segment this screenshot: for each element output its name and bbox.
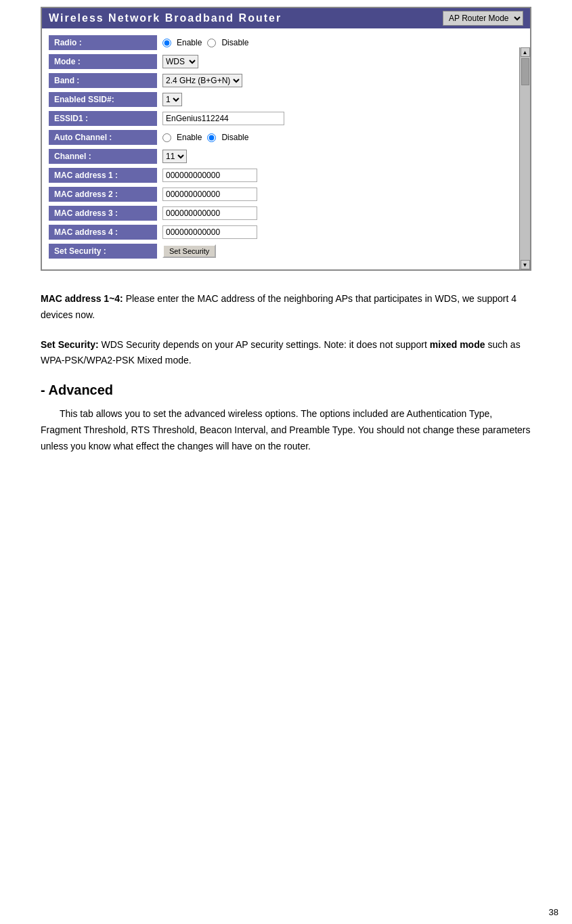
essid-label: ESSID1 : — [49, 111, 157, 126]
auto-channel-enable-input[interactable] — [162, 133, 171, 142]
ssid-control: 1 2 3 4 — [162, 93, 182, 106]
set-security-label: Set Security : — [49, 244, 157, 259]
channel-label: Channel : — [49, 149, 157, 164]
mac4-row: MAC address 4 : — [49, 225, 506, 240]
mac3-label: MAC address 3 : — [49, 206, 157, 221]
mac2-label: MAC address 2 : — [49, 187, 157, 202]
ssid-select-field[interactable]: 1 2 3 4 — [162, 93, 182, 106]
mac1-row: MAC address 1 : — [49, 168, 506, 183]
router-title: Wireless Network Broadband Router — [49, 12, 282, 24]
mac4-control — [162, 225, 257, 239]
mode-label: Mode : — [49, 54, 157, 69]
set-security-control: Set Security — [162, 244, 216, 258]
auto-channel-enable-label: Enable — [177, 133, 202, 142]
mac2-row: MAC address 2 : — [49, 187, 506, 202]
advanced-desc: This tab allows you to set the advanced … — [41, 406, 531, 454]
band-select-field[interactable]: 2.4 GHz (B+G+N) 2.4 GHz (B+G) 2.4 GHz (B… — [162, 74, 242, 87]
mac4-label: MAC address 4 : — [49, 225, 157, 240]
essid-control — [162, 112, 284, 125]
ssid-label: Enabled SSID#: — [49, 92, 157, 107]
advanced-heading: - Advanced — [41, 382, 531, 398]
auto-channel-control: Enable Disable — [162, 133, 248, 142]
auto-channel-disable-input[interactable] — [207, 133, 216, 142]
radio-disable-input[interactable] — [207, 39, 216, 47]
mode-control: WDS AP Client — [162, 55, 198, 68]
essid-row: ESSID1 : — [49, 111, 506, 126]
essid-input[interactable] — [162, 112, 284, 125]
mac2-input[interactable] — [162, 188, 257, 201]
set-security-bold: mixed mode — [430, 339, 485, 350]
set-security-row: Set Security : Set Security — [49, 244, 506, 259]
scroll-down-arrow[interactable]: ▼ — [521, 260, 530, 269]
mac3-row: MAC address 3 : — [49, 206, 506, 221]
auto-channel-row: Auto Channel : Enable Disable — [49, 130, 506, 145]
channel-select-field[interactable]: 1234 5678 91011 1213 — [162, 150, 187, 163]
set-security-paragraph: Set Security: WDS Security depends on yo… — [41, 337, 531, 370]
mac-address-term: MAC address 1~4: — [41, 293, 123, 304]
radio-label: Radio : — [49, 35, 157, 50]
channel-control: 1234 5678 91011 1213 — [162, 150, 187, 163]
mac1-input[interactable] — [162, 169, 257, 182]
mac-address-paragraph: MAC address 1~4: Please enter the MAC ad… — [41, 291, 531, 324]
page-number: 38 — [549, 907, 558, 917]
router-panel: Wireless Network Broadband Router AP Rou… — [41, 7, 531, 271]
set-security-desc1: WDS Security depends on your AP security… — [101, 339, 429, 350]
mac3-control — [162, 206, 257, 220]
mode-select-field[interactable]: WDS AP Client — [162, 55, 198, 68]
title-bar: Wireless Network Broadband Router AP Rou… — [42, 8, 530, 28]
ssid-row: Enabled SSID#: 1 2 3 4 — [49, 92, 506, 107]
main-content: MAC address 1~4: Please enter the MAC ad… — [0, 284, 572, 475]
mac4-input[interactable] — [162, 225, 257, 239]
mac2-control — [162, 188, 257, 201]
scroll-up-arrow[interactable]: ▲ — [521, 47, 530, 57]
radio-enable-input[interactable] — [162, 39, 171, 47]
auto-channel-disable-label: Disable — [221, 133, 248, 142]
mode-row: Mode : WDS AP Client — [49, 54, 506, 69]
panel-content: Radio : Enable Disable Mode : WDS AP Cli… — [42, 28, 519, 269]
band-control: 2.4 GHz (B+G+N) 2.4 GHz (B+G) 2.4 GHz (B… — [162, 74, 242, 87]
scroll-thumb[interactable] — [521, 58, 529, 85]
mode-select[interactable]: AP Router Mode Client Mode WDS Mode — [443, 11, 523, 26]
radio-control: Enable Disable — [162, 38, 248, 47]
radio-enable-label: Enable — [177, 38, 202, 47]
set-security-button[interactable]: Set Security — [162, 244, 216, 258]
band-row: Band : 2.4 GHz (B+G+N) 2.4 GHz (B+G) 2.4… — [49, 73, 506, 88]
mac1-control — [162, 169, 257, 182]
auto-channel-label: Auto Channel : — [49, 130, 157, 145]
mac1-label: MAC address 1 : — [49, 168, 157, 183]
mac3-input[interactable] — [162, 206, 257, 220]
radio-row: Radio : Enable Disable — [49, 35, 506, 50]
band-label: Band : — [49, 73, 157, 88]
set-security-term: Set Security: — [41, 339, 99, 350]
channel-row: Channel : 1234 5678 91011 1213 — [49, 149, 506, 164]
radio-disable-label: Disable — [221, 38, 248, 47]
panel-scrollbar: ▲ ▼ — [519, 47, 530, 269]
